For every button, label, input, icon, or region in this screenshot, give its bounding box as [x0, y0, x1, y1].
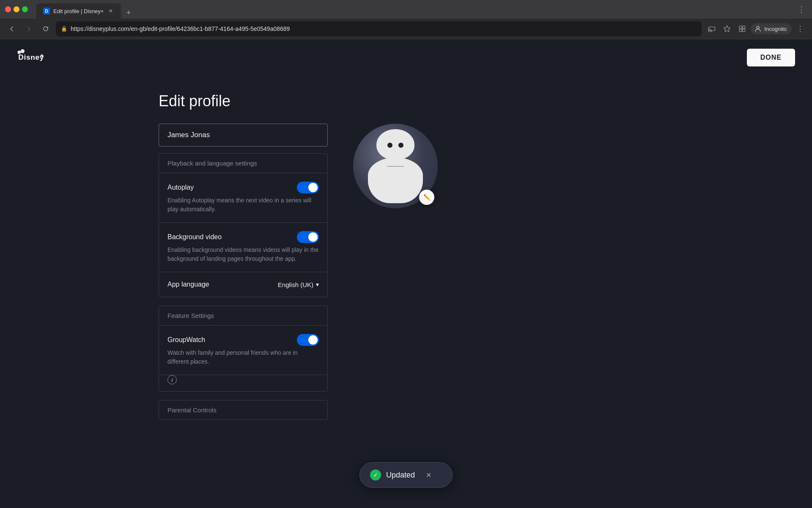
svg-point-9: [17, 51, 21, 54]
forward-button[interactable]: [22, 22, 36, 36]
tab-title: Edit profile | Disney+: [53, 8, 104, 14]
autoplay-description: Enabling Autoplay means the next video i…: [167, 196, 319, 214]
background-video-toggle[interactable]: [297, 231, 319, 243]
url-text: https://disneyplus.com/en-gb/edit-profil…: [71, 25, 697, 32]
svg-rect-4: [739, 29, 742, 32]
app-language-row: App language English (UK) ▾: [159, 272, 327, 297]
baymax-chest-line: [387, 166, 404, 167]
playback-settings-section: Playback and language settings Autoplay …: [159, 153, 328, 297]
autoplay-setting-row: Autoplay Enabling Autoplay means the nex…: [159, 173, 327, 223]
baymax-eye-left: [387, 143, 392, 148]
background-video-toggle-knob: [308, 232, 318, 242]
svg-rect-3: [743, 26, 745, 28]
browser-toolbar: 🔒 https://disneyplus.com/en-gb/edit-prof…: [0, 19, 812, 39]
close-window-button[interactable]: [5, 6, 11, 12]
profile-name-input[interactable]: [159, 124, 328, 146]
new-tab-button[interactable]: +: [123, 7, 134, 19]
tab-close-button[interactable]: ✕: [107, 8, 114, 14]
done-button[interactable]: DONE: [747, 49, 795, 66]
svg-rect-5: [743, 29, 745, 32]
playback-section-header: Playback and language settings: [159, 154, 327, 173]
autoplay-label: Autoplay: [167, 184, 194, 191]
info-icon-container: i: [159, 375, 327, 391]
disney-logo[interactable]: Disney +: [17, 48, 51, 67]
browser-tabs: D Edit profile | Disney+ ✕ +: [36, 0, 134, 19]
cast-icon[interactable]: [705, 22, 719, 36]
browser-titlebar: D Edit profile | Disney+ ✕ + ⋮: [0, 0, 812, 19]
browser-chrome: D Edit profile | Disney+ ✕ + ⋮ 🔒 https:/…: [0, 0, 812, 39]
svg-rect-2: [739, 26, 742, 28]
background-video-setting-top: Background video: [167, 231, 319, 243]
extensions-icon[interactable]: [735, 22, 749, 36]
window-menu-button[interactable]: ⋮: [798, 5, 807, 14]
app-language-label: App language: [167, 281, 209, 288]
app-language-select[interactable]: English (UK) ▾: [278, 281, 319, 288]
parental-controls-header: Parental Controls: [159, 400, 327, 420]
browser-menu-button[interactable]: ⋮: [793, 22, 807, 36]
toast-notification: ✓ Updated ✕: [359, 462, 453, 488]
svg-point-1: [708, 31, 709, 32]
baymax-body: [368, 157, 423, 203]
address-bar[interactable]: 🔒 https://disneyplus.com/en-gb/edit-prof…: [56, 21, 702, 36]
feature-settings-section: Feature Settings GroupWatch Watch with f…: [159, 306, 328, 392]
groupwatch-toggle[interactable]: [297, 334, 319, 346]
edit-avatar-button[interactable]: ✏️: [419, 190, 434, 205]
lock-icon: 🔒: [61, 26, 67, 32]
baymax-figure: [362, 129, 429, 203]
active-tab[interactable]: D Edit profile | Disney+ ✕: [36, 3, 121, 19]
maximize-window-button[interactable]: [22, 6, 28, 12]
groupwatch-setting-top: GroupWatch: [167, 334, 319, 346]
page-title: Edit profile: [159, 92, 653, 110]
site-header: Disney + DONE: [0, 39, 812, 75]
feature-section-header: Feature Settings: [159, 306, 327, 326]
toast-check-icon: ✓: [370, 469, 381, 480]
background-video-setting-row: Background video Enabling background vid…: [159, 223, 327, 272]
traffic-lights: [5, 6, 28, 12]
star-icon[interactable]: [720, 22, 734, 36]
groupwatch-label: GroupWatch: [167, 336, 205, 344]
groupwatch-setting-row: GroupWatch Watch with family and persona…: [159, 326, 327, 375]
settings-panel: Playback and language settings Autoplay …: [159, 124, 328, 420]
baymax-head: [376, 129, 414, 160]
toolbar-actions: Incognito ⋮: [705, 22, 807, 36]
autoplay-toggle[interactable]: [297, 182, 319, 193]
incognito-badge: Incognito: [751, 23, 792, 34]
background-video-description: Enabling background videos means videos …: [167, 246, 319, 263]
tab-favicon-icon: D: [43, 8, 50, 14]
minimize-window-button[interactable]: [14, 6, 19, 12]
incognito-label: Incognito: [764, 26, 787, 32]
main-area: Edit profile Playback and language setti…: [0, 75, 812, 437]
baymax-eyes: [387, 143, 403, 148]
svg-text:+: +: [40, 52, 44, 59]
pencil-icon: ✏️: [423, 194, 431, 201]
background-video-label: Background video: [167, 233, 222, 241]
back-button[interactable]: [5, 22, 19, 36]
content-row: Playback and language settings Autoplay …: [159, 124, 653, 420]
refresh-button[interactable]: [39, 22, 52, 36]
groupwatch-toggle-knob: [308, 335, 318, 345]
language-value: English (UK): [278, 281, 313, 288]
toast-close-button[interactable]: ✕: [423, 470, 433, 480]
chevron-down-icon: ▾: [316, 281, 319, 288]
groupwatch-description: Watch with family and personal friends w…: [167, 348, 319, 366]
avatar-container: ✏️: [353, 124, 438, 208]
page-content: Disney + DONE Edit profile Playback and …: [0, 39, 812, 437]
autoplay-setting-top: Autoplay: [167, 182, 319, 193]
svg-point-6: [757, 26, 759, 29]
parental-controls-section: Parental Controls: [159, 400, 328, 420]
name-input-wrapper: [159, 124, 328, 146]
info-icon[interactable]: i: [167, 375, 177, 384]
svg-point-10: [21, 49, 25, 53]
baymax-eye-right: [398, 143, 403, 148]
autoplay-toggle-knob: [308, 183, 318, 192]
toast-text: Updated: [386, 471, 415, 480]
